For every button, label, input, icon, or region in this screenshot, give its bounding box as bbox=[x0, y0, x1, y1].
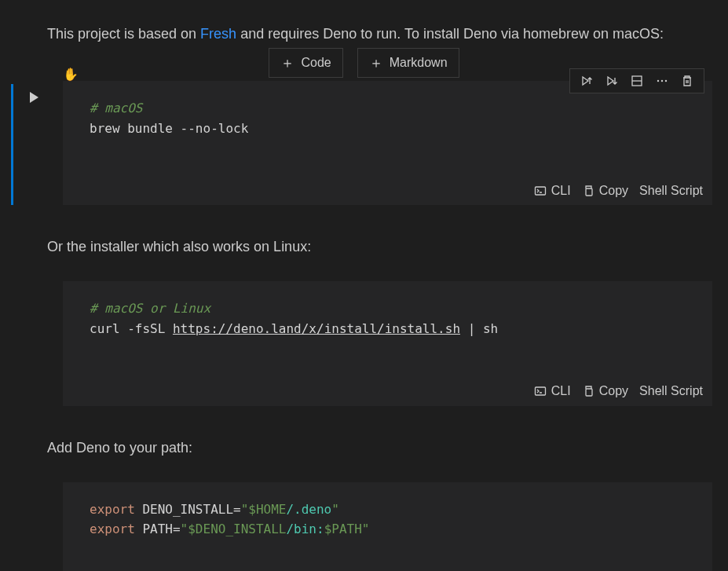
code-command-pre: curl -fsSL bbox=[90, 321, 173, 336]
tok-export: export bbox=[90, 502, 135, 517]
intro-text-before: This project is based on bbox=[47, 26, 200, 42]
svg-point-3 bbox=[661, 80, 663, 82]
cell-focus-indicator bbox=[11, 84, 13, 205]
plus-icon: ＋ bbox=[280, 53, 294, 72]
svg-rect-6 bbox=[586, 189, 592, 196]
tok-str: $PATH" bbox=[324, 522, 370, 536]
language-label[interactable]: Shell Script bbox=[639, 181, 703, 201]
cli-button[interactable]: CLI bbox=[534, 181, 571, 201]
tok-var: PATH= bbox=[135, 522, 181, 536]
add-cell-bar: ＋ Code ＋ Markdown bbox=[8, 48, 720, 78]
code-block-3[interactable]: export DENO_INSTALL="$HOME/.deno" export… bbox=[63, 482, 712, 571]
tok-str: "$HOME bbox=[241, 502, 287, 517]
tok-var: DENO_INSTALL= bbox=[135, 502, 241, 517]
add-code-button[interactable]: ＋ Code bbox=[269, 48, 342, 78]
intro-text-after: and requires Deno to run. To install Den… bbox=[236, 26, 664, 42]
cell-1: ✋ # macOS brew bundle --no-lock bbox=[16, 81, 712, 205]
copy-button[interactable]: Copy bbox=[582, 381, 628, 401]
cell-3: export DENO_INSTALL="$HOME/.deno" export… bbox=[16, 482, 712, 571]
cli-label: CLI bbox=[551, 181, 571, 201]
svg-point-4 bbox=[665, 80, 667, 82]
code-block-2[interactable]: # macOS or Linux curl -fsSL https://deno… bbox=[63, 281, 712, 405]
copy-label: Copy bbox=[599, 381, 628, 401]
code-command: brew bundle --no-lock bbox=[90, 121, 248, 136]
text-add-path: Add Deno to your path: bbox=[47, 437, 704, 459]
add-markdown-label: Markdown bbox=[390, 56, 448, 70]
add-markdown-button[interactable]: ＋ Markdown bbox=[357, 48, 459, 78]
code-comment: # macOS bbox=[90, 101, 142, 115]
svg-rect-5 bbox=[535, 187, 545, 195]
cell-2: # macOS or Linux curl -fsSL https://deno… bbox=[16, 281, 712, 405]
add-code-label: Code bbox=[301, 56, 331, 70]
copy-label: Copy bbox=[599, 181, 628, 201]
code-block-actions: CLI Copy Shell Script bbox=[534, 181, 703, 201]
code-block-1[interactable]: # macOS brew bundle --no-lock CLI Copy S… bbox=[63, 81, 712, 205]
run-cell-button[interactable] bbox=[30, 92, 38, 103]
tok-path: /.deno bbox=[286, 502, 331, 517]
svg-rect-8 bbox=[586, 389, 592, 396]
text-linux-installer: Or the installer which also works on Lin… bbox=[47, 236, 704, 258]
language-label[interactable]: Shell Script bbox=[639, 381, 703, 401]
cli-label: CLI bbox=[551, 381, 571, 401]
svg-point-2 bbox=[657, 80, 659, 82]
tok-export: export bbox=[90, 522, 135, 536]
fresh-link[interactable]: Fresh bbox=[200, 26, 236, 42]
tok-str: "$DENO_INSTALL bbox=[181, 522, 287, 536]
code-url: https://deno.land/x/install/install.sh bbox=[173, 321, 460, 336]
cli-button[interactable]: CLI bbox=[534, 381, 571, 401]
tok-path: /bin: bbox=[286, 522, 324, 536]
copy-button[interactable]: Copy bbox=[582, 181, 628, 201]
code-comment: # macOS or Linux bbox=[90, 301, 210, 316]
code-command-post: | sh bbox=[460, 321, 498, 336]
intro-paragraph: This project is based on Fresh and requi… bbox=[47, 24, 704, 45]
tok-str: " bbox=[331, 502, 339, 517]
code-block-actions: CLI Copy Shell Script bbox=[534, 381, 703, 401]
plus-icon: ＋ bbox=[369, 53, 383, 72]
svg-rect-7 bbox=[535, 387, 545, 395]
